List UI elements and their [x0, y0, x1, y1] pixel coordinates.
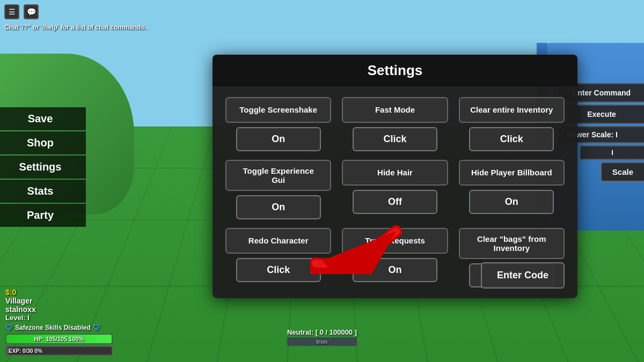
settings-cell-4: Hide Hair Off — [342, 159, 448, 219]
money-label: $:0 — [5, 288, 113, 297]
fast-mode-label[interactable]: Fast Mode — [342, 97, 448, 122]
chat-icon[interactable]: 💬 — [24, 4, 39, 19]
hp-bar-container: HP: 105/105 100% — [5, 334, 113, 344]
menu-item-save[interactable]: Save — [0, 107, 86, 130]
toggle-screenshake-label[interactable]: Toggle Screenshake — [225, 97, 331, 122]
exp-bar-container: EXP: 0/30 0% — [5, 346, 113, 356]
exp-text: EXP: 0/30 0% — [9, 348, 42, 354]
player-username: stalnoxx — [5, 305, 113, 314]
neutral-text: Neutral: [ 0 / 100000 ] — [287, 328, 357, 336]
left-menu: Save Shop Settings Stats Party — [0, 107, 86, 227]
menu-icon[interactable]: ☰ — [4, 4, 19, 19]
settings-title: Settings — [368, 62, 423, 78]
redo-character-value[interactable]: Click — [236, 257, 321, 282]
hide-player-billboard-label[interactable]: Hide Player Billboard — [459, 159, 565, 185]
hide-hair-value[interactable]: Off — [353, 189, 437, 213]
power-value: I — [580, 145, 644, 160]
toggle-screenshake-value[interactable]: On — [236, 127, 321, 151]
hide-player-billboard-value[interactable]: On — [469, 189, 554, 213]
settings-title-bar: Settings — [213, 54, 577, 86]
menu-item-settings[interactable]: Settings — [0, 156, 86, 179]
chat-hint: Chat '/?'' or '/help' for a list of chat… — [4, 24, 146, 31]
trade-requests-label[interactable]: Trade Requests — [342, 227, 448, 253]
hide-hair-label[interactable]: Hide Hair — [342, 159, 448, 185]
settings-grid: Toggle Screenshake On Fast Mode Click Cl… — [213, 97, 577, 287]
hp-bar: HP: 105/105 100% — [6, 335, 112, 343]
bottom-hud: $:0 Villager stalnoxx Level: I 🛡 Safezon… — [5, 288, 113, 357]
clear-bags-label[interactable]: Clear "bags" from Inventory — [459, 227, 565, 258]
player-class: Villager — [5, 297, 113, 305]
settings-cell-1: Fast Mode Click — [342, 97, 448, 151]
settings-cell-7: Trade Requests On — [342, 227, 448, 287]
settings-cell-0: Toggle Screenshake On — [225, 97, 331, 151]
menu-item-shop[interactable]: Shop — [0, 131, 86, 154]
exp-bar: EXP: 0/30 0% — [6, 347, 9, 354]
fast-mode-value[interactable]: Click — [353, 127, 437, 151]
safezone-badge: 🛡 Safezone Skills Disabled 🛡 — [5, 323, 113, 332]
level-label: Level: I — [5, 314, 113, 322]
safezone-text: Safezone Skills Disabled — [15, 324, 91, 331]
bottom-center: Neutral: [ 0 / 100000 ] Iron — [287, 328, 357, 346]
hp-text: HP: 105/105 100% — [34, 336, 84, 342]
clear-inventory-value[interactable]: Click — [469, 127, 554, 151]
clear-inventory-label[interactable]: Clear entire Inventory — [459, 97, 565, 122]
enter-code-button[interactable]: Enter Code — [481, 262, 565, 288]
menu-item-party[interactable]: Party — [0, 204, 86, 227]
trade-requests-value[interactable]: On — [353, 257, 437, 282]
toggle-exp-gui-label[interactable]: Toggle Experience Gui — [225, 159, 331, 190]
toggle-exp-gui-value[interactable]: On — [236, 195, 321, 219]
scale-button[interactable]: Scale — [601, 162, 644, 182]
settings-cell-3: Toggle Experience Gui On — [225, 159, 331, 219]
settings-cell-6: Redo Character Click — [225, 227, 331, 287]
settings-cell-5: Hide Player Billboard On — [459, 159, 565, 219]
redo-character-label[interactable]: Redo Character — [225, 227, 331, 253]
shield-right-icon: 🛡 — [93, 323, 100, 332]
settings-cell-2: Clear entire Inventory Click — [459, 97, 565, 151]
iron-badge: Iron — [287, 337, 357, 346]
shield-left-icon: 🛡 — [5, 323, 13, 332]
settings-modal: Settings Toggle Screenshake On Fast Mode… — [213, 54, 577, 298]
menu-item-stats[interactable]: Stats — [0, 180, 86, 203]
top-icons: ☰ 💬 — [4, 4, 39, 19]
